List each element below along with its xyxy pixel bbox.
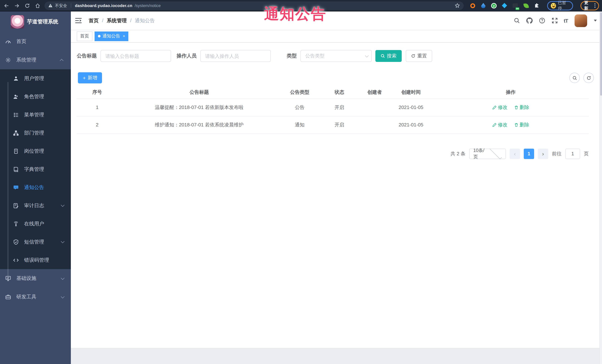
toggle-search-button[interactable] [569, 73, 580, 83]
hamburger-icon[interactable] [75, 17, 83, 24]
sidebar-item-online-users[interactable]: 在线用户 [0, 215, 71, 233]
search-button-label: 搜索 [387, 53, 397, 59]
tag-close-icon[interactable]: × [123, 34, 125, 38]
edit-link[interactable]: 修改 [492, 121, 507, 128]
text-size-icon[interactable]: tT [564, 18, 568, 23]
page-scrollbar[interactable] [599, 11, 602, 364]
sidebar-item-home[interactable]: 首页 [0, 32, 71, 51]
breadcrumb-separator: / [130, 18, 132, 23]
sidebar-item-posts[interactable]: 岗位管理 [0, 142, 71, 160]
sidebar-item-roles[interactable]: 角色管理 [0, 87, 71, 106]
sidebar-item-dict[interactable]: 字典管理 [0, 160, 71, 178]
sidebar-item-sms[interactable]: 短信管理 [0, 233, 71, 251]
extension-green-icon[interactable]: y [491, 3, 497, 8]
page-size-value: 10条/页 [473, 147, 488, 160]
help-icon[interactable] [538, 17, 546, 24]
scrollbar-thumb[interactable] [600, 12, 602, 96]
extension-switch-icon[interactable]: on [512, 3, 518, 9]
operator-input[interactable] [200, 50, 271, 62]
breadcrumb-system[interactable]: 系统管理 [107, 17, 127, 24]
notice-type-select[interactable]: 公告类型 [301, 50, 372, 62]
roles-icon [13, 94, 19, 100]
sidebar-item-devtools[interactable]: 研发工具 [0, 288, 71, 306]
browser-reload-button[interactable] [24, 2, 30, 9]
sidebar-item-label: 首页 [16, 38, 26, 45]
sidebar-item-system[interactable]: 系统管理 [0, 51, 71, 69]
cell-type: 通知 [281, 116, 319, 134]
tag-home[interactable]: 首页 [77, 31, 92, 41]
sidebar-item-label: 部门管理 [24, 130, 44, 136]
reset-button-label: 重置 [417, 53, 427, 59]
extension-leaf-icon[interactable] [523, 3, 529, 9]
col-header-actions: 操作 [433, 86, 589, 99]
github-icon[interactable] [526, 17, 533, 24]
app-logo-row[interactable]: 芋道管理系统 [0, 11, 71, 32]
sidebar-item-audit-log[interactable]: 审计日志 [0, 197, 71, 215]
reset-button[interactable]: 重置 [406, 50, 432, 62]
tag-notices[interactable]: 通知公告 × [95, 31, 129, 41]
browser-home-button[interactable] [34, 2, 41, 9]
edit-link[interactable]: 修改 [492, 104, 507, 111]
page-size-select[interactable]: 10条/页 [469, 148, 506, 159]
app-navbar: 首页 / 系统管理 / 通知公告 tT [71, 11, 602, 30]
sidebar-item-notices[interactable]: 通知公告 [0, 178, 71, 197]
next-page-button[interactable]: › [538, 148, 548, 159]
pagination-total: 共 2 条 [451, 150, 465, 157]
refresh-icon [586, 75, 591, 80]
add-button[interactable]: + 新增 [78, 72, 102, 83]
security-label[interactable]: 不安全 [55, 3, 67, 8]
extensions-puzzle-icon[interactable] [534, 3, 540, 9]
sidebar-item-users[interactable]: 用户管理 [0, 69, 71, 87]
search-icon [381, 54, 385, 58]
delete-link[interactable]: 删除 [514, 104, 529, 111]
sidebar-item-infra[interactable]: 基础设施 [0, 269, 71, 288]
refresh-table-button[interactable] [583, 73, 594, 83]
browser-back-button[interactable] [3, 2, 10, 9]
sidebar-item-label: 基础设施 [16, 275, 36, 282]
current-page-button[interactable]: 1 [524, 148, 534, 159]
sidebar-scrollbar-thumb[interactable] [7, 82, 9, 281]
online-user-icon [13, 221, 19, 227]
security-warning-icon[interactable] [48, 3, 53, 8]
operator-label: 操作人员 [177, 53, 197, 59]
sidebar-item-label: 角色管理 [24, 93, 44, 100]
delete-link[interactable]: 删除 [514, 121, 529, 128]
prev-page-button[interactable]: ‹ [510, 148, 520, 159]
fullscreen-icon[interactable] [551, 17, 559, 24]
type-label: 类型 [287, 53, 297, 59]
filter-form: 公告标题 操作人员 类型 公告类型 搜索 重置 [77, 50, 594, 62]
bookmark-star-icon[interactable] [455, 3, 460, 8]
trash-icon [514, 105, 518, 110]
extension-orange-icon[interactable] [470, 3, 475, 9]
post-badge-icon [13, 148, 19, 154]
extension-drop-icon[interactable] [480, 3, 486, 9]
header-search-icon[interactable] [513, 17, 521, 24]
goto-page-input[interactable] [565, 148, 580, 159]
sidebar-item-label: 系统管理 [16, 57, 36, 63]
search-button[interactable]: 搜索 [375, 50, 402, 62]
update-label: 更新 [584, 0, 592, 11]
browser-menu-icon[interactable] [594, 3, 595, 8]
address-bar[interactable]: 不安全 dashboard.yudao.iocoder.cn/system/no… [44, 1, 464, 10]
notice-title-label: 公告标题 [77, 53, 97, 59]
notice-title-input[interactable] [100, 50, 171, 62]
toolbar-icons [569, 73, 594, 83]
avatar-caret-icon[interactable] [594, 20, 597, 21]
breadcrumb-home[interactable]: 首页 [89, 17, 99, 24]
browser-forward-button[interactable] [13, 2, 20, 9]
code-icon [13, 257, 19, 263]
extension-diamond-icon[interactable] [502, 3, 507, 9]
sidebar-item-error-codes[interactable]: 错误码管理 [0, 251, 71, 269]
profile-paused-pill[interactable]: 已暂停 [547, 1, 573, 10]
col-header-title: 公告标题 [118, 86, 281, 99]
sidebar-item-depts[interactable]: 部门管理 [0, 124, 71, 142]
edit-link-label: 修改 [498, 104, 507, 111]
sidebar-item-menus[interactable]: 菜单管理 [0, 106, 71, 124]
navbar-actions: tT [513, 14, 597, 27]
user-avatar[interactable] [575, 14, 587, 27]
app-title: 芋道管理系统 [27, 19, 58, 25]
chevron-down-icon [61, 239, 64, 243]
sidebar-item-label: 字典管理 [24, 166, 44, 173]
sidebar-item-label: 菜单管理 [24, 111, 44, 118]
browser-update-button[interactable]: 更新 [580, 1, 599, 10]
